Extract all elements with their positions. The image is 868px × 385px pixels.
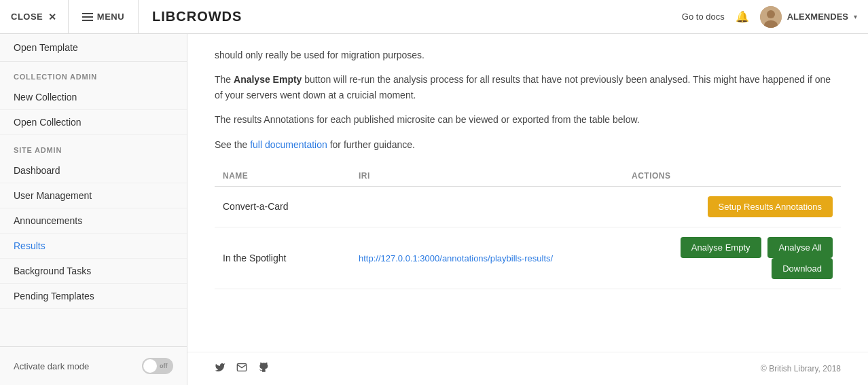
sidebar-item-open-collection[interactable]: Open Collection [0, 110, 187, 135]
notification-bell-icon[interactable]: 🔔 [736, 10, 749, 23]
row-actions-convert: Setup Results Annotations [623, 186, 841, 227]
row-actions-spotlight: Analyse Empty Analyse All Download [623, 227, 841, 289]
body-wrapper: Open Template COLLECTION ADMIN New Colle… [0, 34, 868, 385]
iri-link[interactable]: http://127.0.0.1:3000/annotations/playbi… [359, 253, 553, 263]
hamburger-icon [82, 13, 93, 21]
github-icon[interactable] [258, 362, 269, 375]
row-iri-convert [350, 186, 623, 227]
col-header-name: NAME [215, 166, 350, 187]
main-content-area: should only really be used for migration… [187, 34, 868, 385]
app-header: CLOSE ✕ MENU LIBCROWDS Go to docs 🔔 [0, 0, 868, 34]
sidebar-item-pending-templates[interactable]: Pending Templates [0, 284, 187, 309]
paragraph-4: See the full documentation for further g… [215, 137, 841, 152]
p4-suffix: for further guidance. [327, 139, 415, 150]
copyright-text: © British Library, 2018 [761, 364, 841, 373]
table-row: In the Spotlight http://127.0.0.1:3000/a… [215, 227, 841, 289]
results-table: NAME IRI ACTIONS Convert-a-Card Setup Re… [215, 166, 841, 289]
header-right: Go to docs 🔔 ALEXMENDES ▾ [682, 6, 857, 28]
p2-suffix: button will re-run the analysis process … [215, 74, 831, 100]
close-icon: ✕ [48, 12, 57, 22]
setup-results-button[interactable]: Setup Results Annotations [708, 196, 833, 217]
sidebar-item-new-collection[interactable]: New Collection [0, 85, 187, 110]
table-body: Convert-a-Card Setup Results Annotations… [215, 186, 841, 289]
docs-link[interactable]: full documentation [250, 139, 327, 150]
username-label: ALEXMENDES [787, 12, 848, 22]
p2-prefix: The [215, 74, 234, 85]
page-footer: © British Library, 2018 [187, 352, 868, 385]
svg-point-1 [767, 10, 775, 18]
chevron-down-icon: ▾ [854, 13, 857, 20]
sidebar-item-background-tasks[interactable]: Background Tasks [0, 259, 187, 284]
analyse-all-button[interactable]: Analyse All [767, 237, 833, 258]
dark-mode-toggle-row: Activate dark mode off [0, 346, 187, 385]
paragraph-1: should only really be used for migration… [215, 48, 841, 62]
toggle-thumb [143, 359, 157, 373]
analyse-empty-inline: Analyse Empty [234, 74, 302, 85]
footer-social-icons [215, 362, 269, 375]
sidebar-item-user-management[interactable]: User Management [0, 183, 187, 208]
close-button[interactable]: CLOSE ✕ [11, 0, 69, 33]
table-row: Convert-a-Card Setup Results Annotations [215, 186, 841, 227]
sidebar: Open Template COLLECTION ADMIN New Colle… [0, 34, 187, 385]
col-header-iri: IRI [350, 166, 623, 187]
dark-mode-label: Activate dark mode [14, 361, 89, 371]
sidebar-item-open-template[interactable]: Open Template [0, 34, 187, 62]
menu-label: MENU [97, 12, 124, 22]
main-content: should only really be used for migration… [187, 34, 868, 352]
paragraph-2: The Analyse Empty button will re-run the… [215, 72, 841, 103]
email-icon[interactable] [236, 362, 247, 375]
menu-button[interactable]: MENU [69, 0, 139, 33]
row-iri-spotlight: http://127.0.0.1:3000/annotations/playbi… [350, 227, 623, 289]
toggle-off-label: off [160, 363, 168, 369]
avatar [760, 6, 782, 28]
dark-mode-toggle[interactable]: off [142, 358, 173, 374]
paragraph-3: The results Annotations for each publish… [215, 112, 841, 127]
user-menu[interactable]: ALEXMENDES ▾ [760, 6, 857, 28]
docs-link[interactable]: Go to docs [682, 12, 725, 22]
row-name-spotlight: In the Spotlight [215, 227, 350, 289]
col-header-actions: ACTIONS [623, 166, 841, 187]
sidebar-item-dashboard[interactable]: Dashboard [0, 158, 187, 183]
collection-admin-label: COLLECTION ADMIN [0, 62, 187, 85]
p4-prefix: See the [215, 139, 250, 150]
site-admin-label: SITE ADMIN [0, 135, 187, 158]
table-header: NAME IRI ACTIONS [215, 166, 841, 187]
row-name-convert: Convert-a-Card [215, 186, 350, 227]
download-button[interactable]: Download [772, 258, 833, 279]
sidebar-item-announcements[interactable]: Announcements [0, 208, 187, 234]
app-title: LIBCROWDS [139, 9, 682, 24]
sidebar-item-results[interactable]: Results [0, 234, 187, 259]
twitter-icon[interactable] [215, 362, 225, 375]
analyse-empty-button[interactable]: Analyse Empty [681, 237, 761, 258]
close-label: CLOSE [11, 12, 43, 22]
